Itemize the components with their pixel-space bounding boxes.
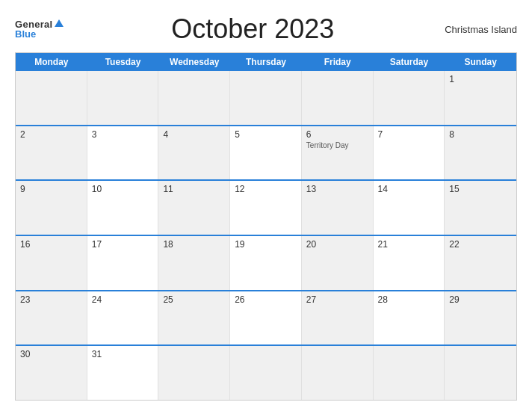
day-number: 3 [92, 129, 154, 140]
day-number: 29 [449, 294, 512, 305]
calendar-cell: 7 [374, 126, 445, 180]
calendar-cell: 29 [445, 291, 516, 345]
region-label: Christmas Island [442, 24, 517, 35]
day-number: 9 [20, 184, 82, 194]
calendar-week: 23456Territory Day78 [16, 125, 516, 180]
calendar-cell: 22 [445, 236, 516, 290]
cal-header-cell: Friday [302, 53, 374, 71]
calendar-cell: 5 [230, 126, 302, 180]
calendar-cell: 19 [230, 236, 302, 290]
calendar-cell [302, 346, 374, 400]
calendar-cell [158, 346, 230, 400]
day-number: 27 [306, 294, 368, 305]
calendar-week: 3031 [16, 344, 516, 400]
day-number: 5 [235, 129, 297, 140]
logo-triangle-icon [55, 19, 64, 27]
day-number: 20 [306, 239, 368, 250]
calendar-cell: 2 [16, 126, 87, 180]
day-number: 2 [20, 129, 82, 140]
logo: General Blue [15, 19, 64, 39]
calendar-cell [87, 71, 159, 125]
day-number: 1 [449, 74, 512, 84]
calendar-grid: MondayTuesdayWednesdayThursdayFridaySatu… [15, 52, 517, 401]
calendar-cell: 6Territory Day [302, 126, 374, 180]
calendar-cell: 21 [374, 236, 445, 290]
day-number: 8 [449, 129, 512, 140]
calendar-cell: 10 [87, 181, 159, 235]
calendar-cell: 30 [16, 346, 87, 400]
day-number: 21 [378, 239, 440, 250]
calendar-cell: 23 [16, 291, 87, 345]
calendar-week: 9101112131415 [16, 179, 516, 235]
calendar-cell [445, 346, 516, 400]
calendar-cell: 8 [445, 126, 516, 180]
calendar-cell [230, 71, 302, 125]
calendar-cell: 14 [374, 181, 445, 235]
page-header: General Blue October 2023 Christmas Isla… [15, 13, 517, 45]
calendar-week: 1 [16, 71, 516, 125]
day-number: 26 [235, 294, 297, 305]
month-title: October 2023 [64, 13, 442, 45]
day-number: 15 [449, 184, 512, 194]
day-number: 16 [20, 239, 82, 250]
day-number: 24 [92, 294, 154, 305]
event-label: Territory Day [306, 141, 368, 149]
logo-blue-text: Blue [15, 29, 36, 39]
calendar-week: 16171819202122 [16, 235, 516, 290]
cal-header-cell: Wednesday [158, 53, 230, 71]
day-number: 11 [163, 184, 225, 194]
calendar-cell [374, 346, 445, 400]
calendar-cell [374, 71, 445, 125]
calendar-body: 123456Territory Day789101112131415161718… [16, 71, 516, 400]
day-number: 13 [306, 184, 368, 194]
calendar-page: General Blue October 2023 Christmas Isla… [0, 0, 532, 411]
calendar-week: 23242526272829 [16, 290, 516, 345]
day-number: 7 [378, 129, 440, 140]
calendar-cell: 15 [445, 181, 516, 235]
day-number: 22 [449, 239, 512, 250]
calendar-header: MondayTuesdayWednesdayThursdayFridaySatu… [16, 53, 516, 71]
day-number: 14 [378, 184, 440, 194]
calendar-cell: 24 [87, 291, 159, 345]
cal-header-cell: Saturday [374, 53, 445, 71]
calendar-cell: 11 [158, 181, 230, 235]
day-number: 4 [163, 129, 225, 140]
calendar-cell: 25 [158, 291, 230, 345]
calendar-cell: 27 [302, 291, 374, 345]
calendar-cell [158, 71, 230, 125]
calendar-cell [230, 346, 302, 400]
day-number: 23 [20, 294, 82, 305]
calendar-cell: 31 [87, 346, 159, 400]
calendar-cell: 4 [158, 126, 230, 180]
calendar-cell: 28 [374, 291, 445, 345]
calendar-cell [16, 71, 87, 125]
day-number: 25 [163, 294, 225, 305]
calendar-cell [302, 71, 374, 125]
day-number: 10 [92, 184, 154, 194]
calendar-cell: 3 [87, 126, 159, 180]
day-number: 28 [378, 294, 440, 305]
calendar-cell: 16 [16, 236, 87, 290]
calendar-cell: 13 [302, 181, 374, 235]
day-number: 6 [306, 129, 368, 140]
calendar-cell: 9 [16, 181, 87, 235]
cal-header-cell: Thursday [230, 53, 302, 71]
calendar-cell: 12 [230, 181, 302, 235]
day-number: 12 [235, 184, 297, 194]
calendar-cell: 1 [445, 71, 516, 125]
day-number: 19 [235, 239, 297, 250]
calendar-cell: 17 [87, 236, 159, 290]
calendar-cell: 20 [302, 236, 374, 290]
day-number: 17 [92, 239, 154, 250]
calendar-cell: 26 [230, 291, 302, 345]
day-number: 30 [20, 349, 82, 359]
day-number: 31 [92, 349, 154, 359]
cal-header-cell: Monday [16, 53, 87, 71]
cal-header-cell: Sunday [445, 53, 516, 71]
day-number: 18 [163, 239, 225, 250]
calendar-cell: 18 [158, 236, 230, 290]
cal-header-cell: Tuesday [87, 53, 159, 71]
